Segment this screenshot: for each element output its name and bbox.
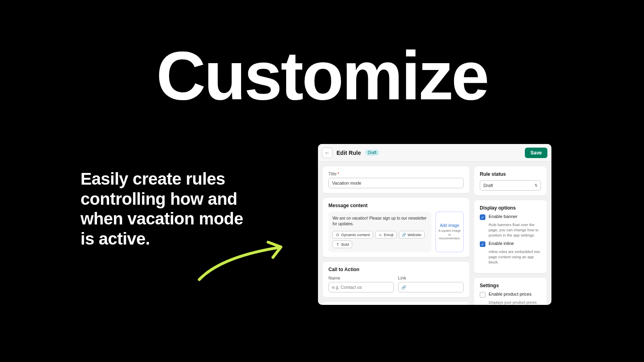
dynamic-content-chip[interactable]: ⌬ Dynamic content — [332, 231, 373, 239]
add-image-hint: A square image is recommended. — [438, 229, 462, 241]
schedule-card: Schedule Start date * ▭ — [323, 302, 469, 305]
cta-name-label: Name — [328, 276, 394, 280]
topbar: ← Edit Rule Draft Save — [318, 144, 551, 162]
app-screenshot: ← Edit Rule Draft Save Title* Message co… — [318, 144, 551, 305]
arrow-left-icon: ← — [325, 150, 330, 156]
settings-title: Settings — [480, 283, 541, 288]
enable-inline-help: Inline rules are embedded into page cont… — [489, 249, 541, 265]
title-label: Title* — [328, 171, 464, 176]
settings-card: Settings Enable product prices Displays … — [474, 278, 547, 305]
cta-link-input[interactable] — [398, 282, 464, 292]
rule-status-title: Rule status — [480, 171, 541, 177]
message-text[interactable]: We are on vacation! Please sign up to ou… — [332, 216, 427, 228]
rule-status-select[interactable] — [480, 180, 541, 191]
back-button[interactable]: ← — [322, 148, 332, 158]
website-chip[interactable]: 🔗 Website — [399, 231, 425, 239]
emoji-chip[interactable]: ☺ Emoji — [375, 231, 397, 239]
status-badge: Draft — [365, 150, 380, 156]
save-button[interactable]: Save — [525, 148, 547, 158]
page-title: Edit Rule — [336, 150, 361, 156]
cta-link-label: Link — [398, 276, 464, 280]
enable-inline-label: Enable inline — [489, 241, 514, 246]
message-section-title: Message content — [328, 203, 464, 208]
bold-chip[interactable]: T Bold — [332, 241, 352, 248]
enable-banner-checkbox[interactable]: ✓ — [480, 214, 485, 220]
display-options-title: Display options — [480, 205, 541, 211]
emoji-icon: ☺ — [378, 233, 382, 237]
cta-section-title: Call to Action — [328, 267, 464, 272]
enable-product-prices-checkbox[interactable] — [480, 292, 485, 298]
promo-slide: Customize Easily create rules controllin… — [0, 0, 644, 362]
add-image-dropzone[interactable]: Add image A square image is recommended. — [436, 212, 464, 252]
link-icon: 🔗 — [401, 285, 406, 290]
enable-product-prices-label: Enable product prices — [489, 292, 531, 296]
hero-subtitle: Easily create rules controlling how and … — [80, 169, 254, 249]
message-card: Message content We are on vacation! Plea… — [323, 198, 469, 257]
enable-banner-label: Enable banner — [489, 214, 518, 219]
arrow-graphic — [193, 237, 298, 286]
text-icon: T — [336, 243, 340, 247]
link-icon: 🔗 — [402, 233, 406, 237]
enable-inline-checkbox[interactable]: ✓ — [480, 241, 485, 247]
title-input[interactable] — [328, 178, 464, 188]
tag-icon: ⌬ — [336, 233, 340, 237]
enable-banner-help: Rule banners float over the page, you ca… — [489, 222, 541, 238]
cta-name-input[interactable] — [328, 282, 394, 292]
cta-card: Call to Action Name Link 🔗 — [323, 262, 469, 297]
message-editor[interactable]: We are on vacation! Please sign up to ou… — [328, 212, 431, 252]
add-image-link[interactable]: Add image — [440, 223, 459, 228]
enable-product-prices-help: Displays your product prices on your onl… — [489, 300, 541, 305]
hero-title: Customize — [0, 36, 644, 115]
rule-status-card: Rule status ⇅ — [474, 167, 547, 195]
display-options-card: Display options ✓ Enable banner Rule ban… — [474, 200, 547, 273]
title-card: Title* — [323, 167, 469, 193]
